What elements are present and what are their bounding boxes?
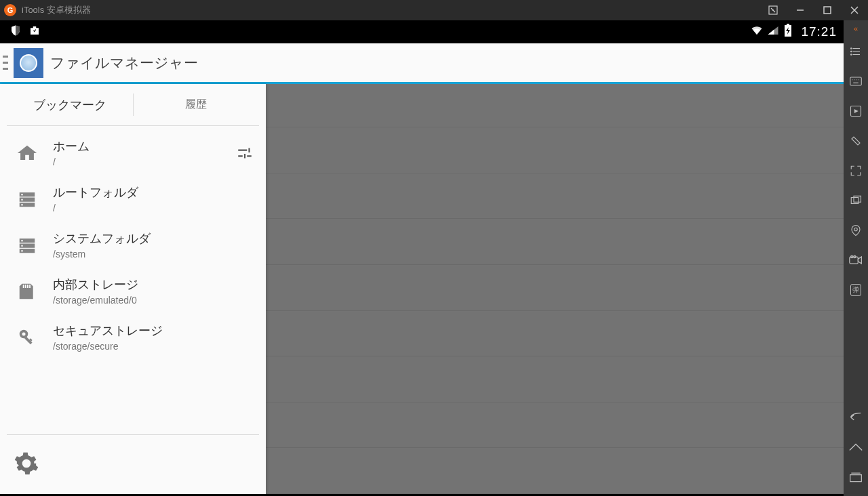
tab-bookmarks[interactable]: ブックマーク <box>7 84 133 125</box>
window-close-button[interactable] <box>841 0 868 20</box>
tune-button[interactable] <box>231 144 259 162</box>
svg-point-1 <box>772 9 774 11</box>
list-row-empty <box>266 84 844 127</box>
svg-rect-47 <box>850 475 862 482</box>
svg-rect-41 <box>851 198 859 204</box>
list-row-empty <box>266 311 844 357</box>
settings-button[interactable] <box>14 451 39 479</box>
wifi-icon <box>751 24 763 39</box>
toolbar-danmu-button[interactable]: 弹 <box>844 275 868 305</box>
bookmark-path: /storage/secure <box>53 341 259 352</box>
bookmark-path: / <box>53 203 259 213</box>
svg-point-25 <box>22 333 26 336</box>
svg-rect-22 <box>27 285 28 288</box>
bookmark-root[interactable]: ルートフォルダ / <box>0 176 266 222</box>
window-option-button[interactable] <box>760 0 787 20</box>
emulator-toolbar: « 弹 <box>844 20 868 496</box>
toolbar-multiwindow-button[interactable] <box>844 186 868 215</box>
toolbar-keyboard-button[interactable] <box>844 66 868 96</box>
drawer-tabs: ブックマーク 履歴 <box>7 84 259 126</box>
server-icon <box>14 232 41 259</box>
list-row-empty <box>266 127 844 173</box>
bookmark-path: /storage/emulated/0 <box>53 295 259 306</box>
svg-point-11 <box>21 194 23 196</box>
bookmark-label: 内部ストレージ <box>53 277 259 293</box>
list-row-empty <box>266 356 844 402</box>
svg-point-12 <box>21 199 23 201</box>
svg-point-33 <box>851 54 852 56</box>
svg-rect-3 <box>824 7 831 14</box>
list-row-empty <box>266 265 844 311</box>
list-row-empty <box>266 448 844 494</box>
list-row-empty <box>266 402 844 449</box>
bookmark-label: セキュアストレージ <box>53 323 259 339</box>
svg-rect-42 <box>854 196 861 202</box>
bookmark-list: ホーム / ルートフォルダ / <box>0 126 266 434</box>
svg-point-32 <box>851 51 852 52</box>
svg-rect-20 <box>23 285 24 288</box>
bookmark-home[interactable]: ホーム / <box>0 130 266 176</box>
svg-point-19 <box>21 250 23 252</box>
svg-rect-7 <box>787 24 789 25</box>
statusbar-clock: 17:21 <box>801 24 837 39</box>
svg-rect-21 <box>25 285 26 288</box>
drawer-toggle-icon[interactable] <box>3 54 8 72</box>
toolbar-location-button[interactable] <box>844 215 868 245</box>
briefcase-icon <box>28 24 41 39</box>
shield-icon <box>9 24 22 39</box>
bookmark-internal-storage[interactable]: 内部ストレージ /storage/emulated/0 <box>0 268 266 314</box>
bookmark-secure-storage[interactable]: セキュアストレージ /storage/secure <box>0 314 266 360</box>
svg-point-18 <box>21 245 23 247</box>
android-back-button[interactable] <box>844 402 868 432</box>
android-statusbar: 17:21 <box>0 20 844 43</box>
android-recents-button[interactable] <box>844 462 868 492</box>
svg-point-13 <box>21 204 23 206</box>
bookmark-system[interactable]: システムフォルダ /system <box>0 222 266 268</box>
bookmark-path: /system <box>53 249 259 260</box>
list-row-empty <box>266 219 844 265</box>
emulator-screen: 17:21 ファイルマネージャー ブックマーク 履歴 ホーム <box>0 20 844 496</box>
bookmark-path: / <box>53 157 231 167</box>
window-minimize-button[interactable] <box>787 0 814 20</box>
bookmark-label: ホーム <box>53 139 231 154</box>
toolbar-record-button[interactable] <box>844 245 868 275</box>
svg-point-17 <box>21 240 23 242</box>
window-title: iTools 安卓模拟器 <box>22 4 91 16</box>
list-row-empty <box>266 173 844 220</box>
sdcard-icon <box>14 278 41 305</box>
app-title: ファイルマネージャー <box>50 54 198 73</box>
svg-point-43 <box>854 228 858 231</box>
android-home-button[interactable] <box>844 432 868 462</box>
toolbar-rotate-button[interactable] <box>844 126 868 156</box>
battery-charging-icon <box>783 24 793 40</box>
svg-rect-23 <box>29 285 31 288</box>
window-maximize-button[interactable] <box>814 0 841 20</box>
file-list-area <box>266 84 844 494</box>
key-icon <box>14 324 41 351</box>
toolbar-play-button[interactable] <box>844 96 868 126</box>
server-icon <box>14 186 41 213</box>
window-titlebar: G iTools 安卓模拟器 <box>0 0 868 20</box>
signal-icon <box>767 24 779 39</box>
bookmark-label: ルートフォルダ <box>53 185 259 201</box>
bookmark-label: システムフォルダ <box>53 231 259 247</box>
collapse-toolbar-button[interactable]: « <box>854 24 858 37</box>
tab-history[interactable]: 履歴 <box>134 84 260 125</box>
svg-rect-34 <box>850 77 862 85</box>
toolbar-list-button[interactable] <box>844 37 868 66</box>
app-icon[interactable] <box>14 48 43 78</box>
app-header: ファイルマネージャー <box>0 43 844 84</box>
svg-point-31 <box>851 48 852 49</box>
toolbar-fullscreen-button[interactable] <box>844 156 868 186</box>
home-icon <box>14 140 41 167</box>
itools-logo-icon: G <box>4 4 16 16</box>
drawer-bottombar <box>7 434 259 494</box>
navigation-drawer: ブックマーク 履歴 ホーム / <box>0 84 266 494</box>
